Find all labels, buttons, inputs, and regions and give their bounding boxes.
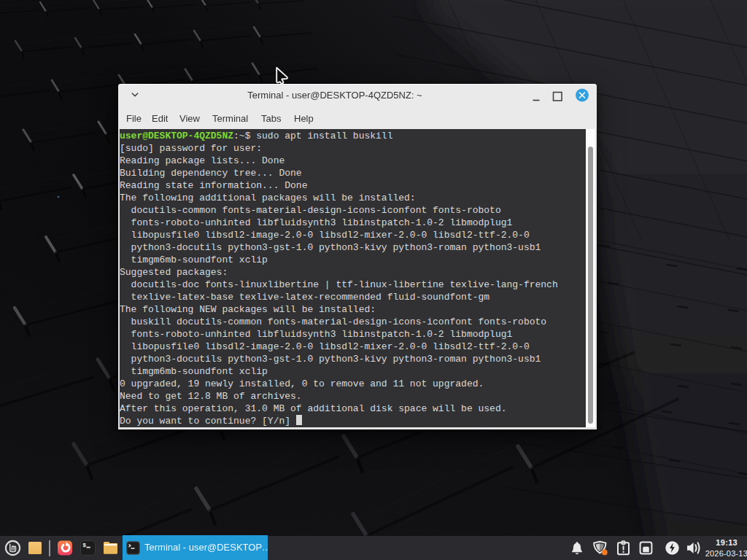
svg-text:$: $	[82, 542, 86, 548]
